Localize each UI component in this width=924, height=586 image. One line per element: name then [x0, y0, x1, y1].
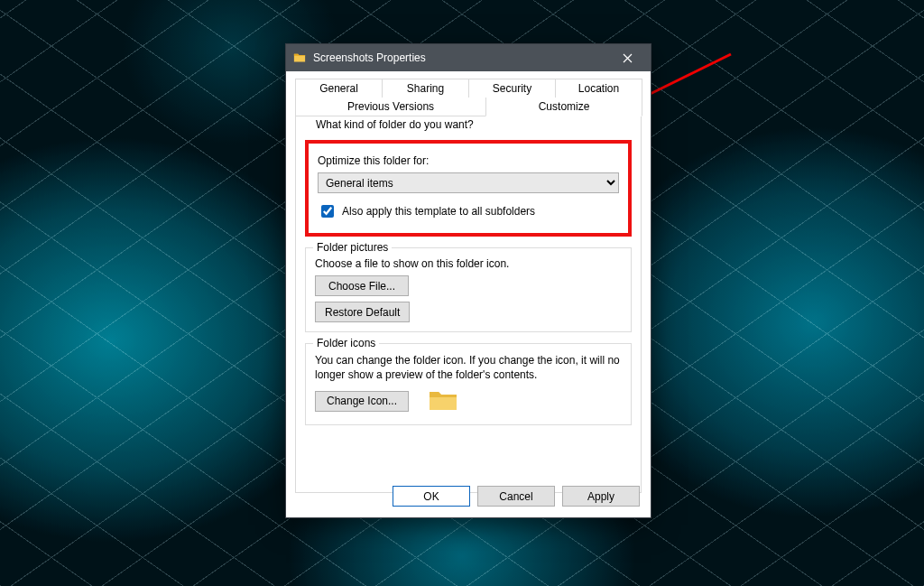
titlebar[interactable]: Screenshots Properties — [286, 44, 651, 71]
optimize-section: Optimize this folder for: General items … — [305, 140, 632, 237]
choose-file-button[interactable]: Choose File... — [315, 275, 409, 296]
folder-pictures-desc: Choose a file to show on this folder ico… — [315, 257, 622, 270]
properties-dialog: Screenshots Properties General Sharing S… — [286, 44, 651, 517]
also-apply-label: Also apply this template to all subfolde… — [342, 205, 535, 218]
tab-sharing[interactable]: Sharing — [382, 79, 469, 98]
window-title: Screenshots Properties — [313, 51, 607, 64]
ok-button[interactable]: OK — [393, 486, 470, 507]
dialog-footer: OK Cancel Apply — [393, 486, 640, 507]
folder-icons-desc: You can change the folder icon. If you c… — [315, 353, 622, 382]
folder-pictures-group: Folder pictures Choose a file to show on… — [305, 247, 632, 332]
apply-button[interactable]: Apply — [562, 486, 640, 507]
folder-icons-legend: Folder icons — [313, 337, 379, 349]
tab-panel-customize: What kind of folder do you want? Optimiz… — [295, 116, 642, 493]
cancel-button[interactable]: Cancel — [477, 486, 555, 507]
optimize-dropdown[interactable]: General items — [318, 172, 619, 193]
tab-customize[interactable]: Customize — [485, 98, 642, 116]
tab-location[interactable]: Location — [555, 79, 642, 98]
tab-general[interactable]: General — [295, 79, 383, 98]
tab-previous-versions[interactable]: Previous Versions — [295, 98, 486, 116]
folder-icons-group: Folder icons You can change the folder i… — [305, 343, 632, 425]
folder-preview-icon — [428, 387, 458, 415]
kind-heading: What kind of folder do you want? — [312, 118, 477, 131]
close-icon — [623, 53, 633, 63]
folder-icon — [293, 51, 306, 64]
close-button[interactable] — [607, 44, 647, 71]
optimize-label: Optimize this folder for: — [318, 154, 619, 167]
tab-strip: General Sharing Security Location Previo… — [286, 71, 651, 116]
restore-default-button[interactable]: Restore Default — [315, 302, 410, 322]
tab-security[interactable]: Security — [468, 79, 556, 98]
also-apply-checkbox[interactable] — [321, 205, 334, 218]
also-apply-row[interactable]: Also apply this template to all subfolde… — [318, 202, 619, 220]
folder-pictures-legend: Folder pictures — [313, 241, 392, 254]
change-icon-button[interactable]: Change Icon... — [315, 391, 409, 412]
